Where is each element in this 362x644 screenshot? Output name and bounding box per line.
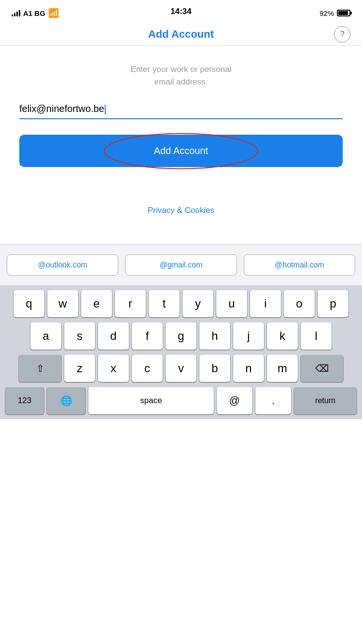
keyboard-row-1: q w e r t y u i o p: [2, 290, 360, 317]
status-bar: A1 BG 📶 14:34 92%: [0, 0, 362, 23]
key-w[interactable]: w: [47, 290, 78, 317]
key-y[interactable]: y: [182, 290, 213, 317]
key-j[interactable]: j: [233, 322, 264, 350]
delete-key[interactable]: ⌫: [301, 355, 343, 382]
privacy-cookies-label: Privacy & Cookies: [148, 206, 214, 215]
email-field-wrapper: felix@ninefortwo.be: [19, 103, 343, 119]
at-key[interactable]: @: [217, 387, 252, 414]
add-account-button-container: Add Account: [19, 135, 343, 167]
wifi-icon: 📶: [48, 8, 59, 18]
keyboard-bottom-row: 123 🌐 space @ . return: [2, 387, 360, 414]
email-suggestions-bar: @outlook.com @gmail.com @hotmail.com: [0, 244, 362, 285]
return-key[interactable]: return: [294, 387, 357, 414]
key-r[interactable]: r: [115, 290, 146, 317]
keyboard: q w e r t y u i o p a s d f g h j k l ⇧ …: [0, 285, 362, 419]
status-right: 92%: [320, 9, 350, 17]
key-d[interactable]: d: [98, 322, 129, 350]
key-e[interactable]: e: [81, 290, 112, 317]
status-left: A1 BG 📶: [12, 8, 59, 18]
dot-key[interactable]: .: [255, 387, 291, 414]
key-v[interactable]: v: [166, 355, 196, 382]
key-t[interactable]: t: [149, 290, 180, 317]
help-button[interactable]: ?: [334, 26, 350, 42]
key-k[interactable]: k: [267, 322, 298, 350]
battery-percent: 92%: [320, 9, 334, 17]
key-h[interactable]: h: [199, 322, 230, 350]
key-c[interactable]: c: [132, 355, 163, 382]
key-b[interactable]: b: [199, 355, 230, 382]
email-input-value[interactable]: felix@ninefortwo.be: [19, 103, 104, 114]
suggestion-outlook[interactable]: @outlook.com: [7, 254, 118, 276]
shift-key[interactable]: ⇧: [19, 355, 61, 382]
nav-bar: Add Account ?: [0, 23, 362, 46]
key-u[interactable]: u: [216, 290, 247, 317]
signal-icon: [12, 10, 20, 16]
add-account-label: Add Account: [154, 145, 208, 156]
space-key[interactable]: space: [88, 387, 214, 414]
status-time: 14:34: [170, 7, 191, 16]
form-subtitle: Enter your work or personalemail address…: [19, 63, 343, 88]
key-i[interactable]: i: [250, 290, 281, 317]
numbers-key[interactable]: 123: [5, 387, 44, 414]
key-l[interactable]: l: [301, 322, 332, 350]
keyboard-row-2: a s d f g h j k l: [2, 322, 360, 350]
globe-key[interactable]: 🌐: [47, 387, 85, 414]
key-o[interactable]: o: [284, 290, 315, 317]
page-title: Add Account: [148, 28, 214, 41]
key-z[interactable]: z: [64, 355, 95, 382]
main-content: Enter your work or personalemail address…: [0, 46, 362, 215]
add-account-button[interactable]: Add Account: [19, 135, 343, 167]
privacy-cookies-link[interactable]: Privacy & Cookies: [19, 206, 343, 215]
key-a[interactable]: a: [30, 322, 61, 350]
carrier-label: A1 BG: [23, 9, 45, 17]
key-s[interactable]: s: [64, 322, 95, 350]
suggestion-hotmail[interactable]: @hotmail.com: [244, 254, 355, 276]
key-f[interactable]: f: [132, 322, 163, 350]
keyboard-row-3: ⇧ z x c v b n m ⌫: [2, 355, 360, 382]
help-icon: ?: [340, 30, 345, 39]
key-m[interactable]: m: [267, 355, 298, 382]
key-x[interactable]: x: [98, 355, 129, 382]
key-q[interactable]: q: [14, 290, 44, 317]
text-cursor: [105, 105, 106, 114]
key-n[interactable]: n: [233, 355, 264, 382]
battery-icon: [337, 10, 350, 16]
key-g[interactable]: g: [166, 322, 196, 350]
key-p[interactable]: p: [318, 290, 348, 317]
suggestion-gmail[interactable]: @gmail.com: [125, 254, 237, 276]
